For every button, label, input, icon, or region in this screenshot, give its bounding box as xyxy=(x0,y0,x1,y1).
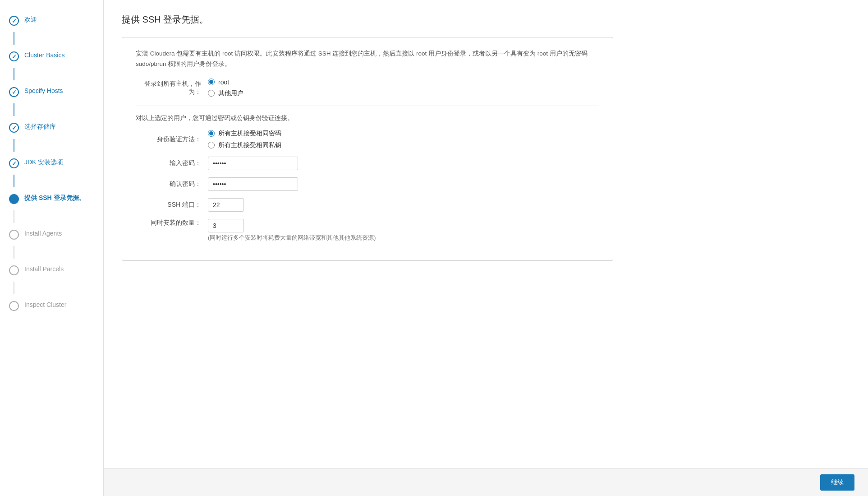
parallel-helper: (同时运行多个安装时将耗费大量的网络带宽和其他其他系统资源) xyxy=(208,234,376,242)
login-row: 登录到所有主机，作为： root 其他用户 xyxy=(136,79,599,97)
connector-4 xyxy=(14,175,14,187)
radio-same-key-option[interactable]: 所有主机接受相同私钥 xyxy=(208,141,281,149)
ssh-port-label: SSH 端口： xyxy=(136,201,208,209)
step-icon-cluster-basics xyxy=(9,51,19,61)
bottom-bar: 继续 xyxy=(104,468,868,496)
parallel-group: (同时运行多个安装时将耗费大量的网络带宽和其他其他系统资源) xyxy=(208,219,376,242)
password-input[interactable] xyxy=(208,157,298,170)
confirm-row: 确认密码： xyxy=(136,177,599,191)
sidebar-item-install-agents[interactable]: Install Agents xyxy=(0,223,103,246)
sidebar-item-select-repo[interactable]: 选择存储库 xyxy=(0,116,103,139)
radio-other-label: 其他用户 xyxy=(218,89,243,97)
parallel-row: 同时安装的数量： (同时运行多个安装时将耗费大量的网络带宽和其他其他系统资源) xyxy=(136,219,599,242)
sidebar-item-welcome[interactable]: 欢迎 xyxy=(0,9,103,32)
connector-7 xyxy=(14,282,14,294)
sidebar-item-ssh-credentials[interactable]: 提供 SSH 登录凭据。 xyxy=(0,187,103,210)
sidebar-label-select-repo: 选择存储库 xyxy=(24,122,56,131)
ssh-port-row: SSH 端口： xyxy=(136,198,599,212)
step-icon-specify-hosts xyxy=(9,87,19,97)
sidebar-item-inspect-cluster[interactable]: Inspect Cluster xyxy=(0,294,103,317)
confirm-input[interactable] xyxy=(208,177,298,191)
content-card: 安装 Cloudera 包需要有主机的 root 访问权限。此安装程序将通过 S… xyxy=(122,37,613,261)
radio-root-input[interactable] xyxy=(208,79,215,85)
login-label: 登录到所有主机，作为： xyxy=(136,80,208,96)
page-title: 提供 SSH 登录凭据。 xyxy=(122,14,850,26)
sidebar-item-specify-hosts[interactable]: Specify Hosts xyxy=(0,80,103,103)
radio-other-option[interactable]: 其他用户 xyxy=(208,89,243,97)
radio-root-label: root xyxy=(218,79,229,86)
separator-1 xyxy=(136,106,599,106)
auth-method-row: 身份验证方法： 所有主机接受相同密码 所有主机接受相同私钥 xyxy=(136,130,599,149)
step-icon-ssh-credentials xyxy=(9,194,19,204)
radio-same-password-input[interactable] xyxy=(208,130,215,137)
sidebar-label-jdk-options: JDK 安装选项 xyxy=(24,158,63,167)
sidebar-item-install-parcels[interactable]: Install Parcels xyxy=(0,259,103,282)
main-content: 提供 SSH 登录凭据。 安装 Cloudera 包需要有主机的 root 访问… xyxy=(104,0,868,496)
sidebar-label-ssh-credentials: 提供 SSH 登录凭据。 xyxy=(24,194,85,203)
step-icon-install-agents xyxy=(9,230,19,240)
radio-same-key-input[interactable] xyxy=(208,142,215,148)
info-text: 安装 Cloudera 包需要有主机的 root 访问权限。此安装程序将通过 S… xyxy=(136,49,599,70)
app-container: 欢迎 Cluster Basics Specify Hosts 选择存储库 JD… xyxy=(0,0,868,496)
step-icon-jdk-options xyxy=(9,158,19,168)
sidebar-label-cluster-basics: Cluster Basics xyxy=(24,51,64,60)
radio-root-option[interactable]: root xyxy=(208,79,243,86)
sidebar-item-cluster-basics[interactable]: Cluster Basics xyxy=(0,45,103,68)
parallel-input[interactable] xyxy=(208,219,244,232)
sidebar-label-inspect-cluster: Inspect Cluster xyxy=(24,301,66,310)
sidebar-label-specify-hosts: Specify Hosts xyxy=(24,87,63,96)
sidebar-item-jdk-options[interactable]: JDK 安装选项 xyxy=(0,152,103,175)
sidebar-label-install-agents: Install Agents xyxy=(24,229,62,238)
sidebar: 欢迎 Cluster Basics Specify Hosts 选择存储库 JD… xyxy=(0,0,104,496)
parallel-label: 同时安装的数量： xyxy=(136,219,208,227)
radio-other-input[interactable] xyxy=(208,90,215,97)
connector-0 xyxy=(14,32,14,45)
radio-same-key-label: 所有主机接受相同私钥 xyxy=(218,141,281,149)
sidebar-label-install-parcels: Install Parcels xyxy=(24,265,64,274)
continue-button[interactable]: 继续 xyxy=(820,474,854,491)
connector-6 xyxy=(14,246,14,259)
confirm-label: 确认密码： xyxy=(136,180,208,188)
auth-method-label: 身份验证方法： xyxy=(136,135,208,144)
ssh-port-input[interactable] xyxy=(208,198,244,212)
step-icon-select-repo xyxy=(9,123,19,133)
login-radio-group: root 其他用户 xyxy=(208,79,243,97)
password-label: 输入密码： xyxy=(136,159,208,167)
step-icon-inspect-cluster xyxy=(9,301,19,311)
connector-5 xyxy=(14,210,14,223)
radio-same-password-option[interactable]: 所有主机接受相同密码 xyxy=(208,130,281,138)
auth-note: 对以上选定的用户，您可通过密码或公钥身份验证连接。 xyxy=(136,114,599,122)
step-icon-welcome xyxy=(9,16,19,26)
auth-method-group: 所有主机接受相同密码 所有主机接受相同私钥 xyxy=(208,130,281,149)
password-row: 输入密码： xyxy=(136,157,599,170)
connector-1 xyxy=(14,68,14,80)
connector-2 xyxy=(14,103,14,116)
radio-same-password-label: 所有主机接受相同密码 xyxy=(218,130,281,138)
connector-3 xyxy=(14,139,14,152)
step-icon-install-parcels xyxy=(9,265,19,275)
sidebar-label-welcome: 欢迎 xyxy=(24,15,37,24)
